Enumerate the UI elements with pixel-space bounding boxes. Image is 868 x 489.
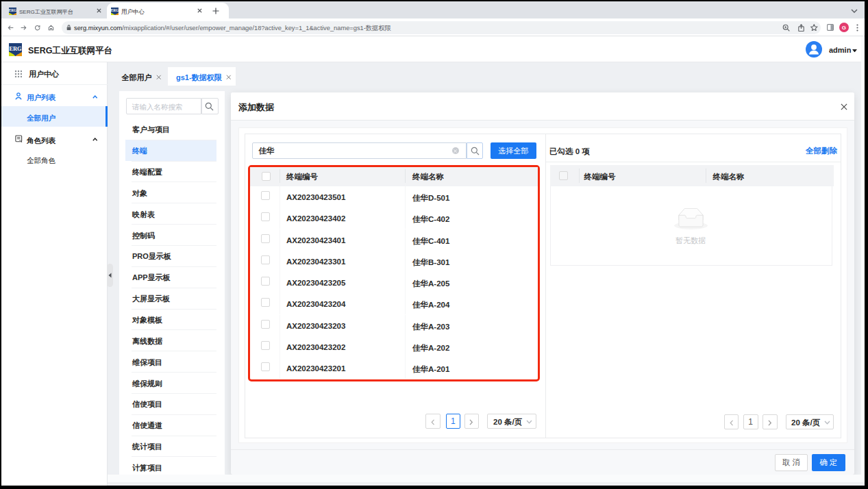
svg-text:ERG: ERG	[9, 8, 16, 12]
svg-text:ERG: ERG	[9, 45, 22, 52]
svg-text:ERG: ERG	[111, 8, 119, 12]
